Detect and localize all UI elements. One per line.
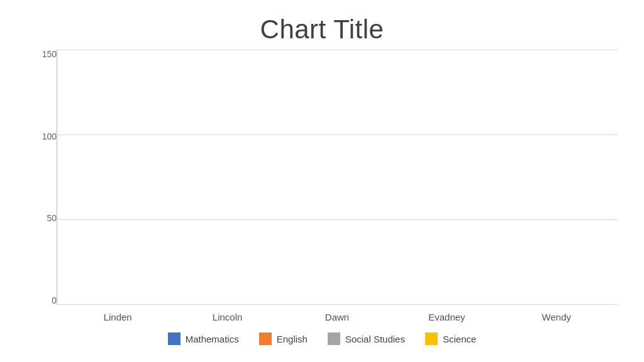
x-axis-label: Wendy — [502, 312, 611, 322]
x-labels: LindenLincolnDawnEvadneyWendy — [57, 305, 618, 329]
legend-swatch — [168, 332, 180, 345]
legend-label: English — [277, 334, 308, 344]
legend: MathematicsEnglishSocial StudiesScience — [168, 332, 477, 348]
legend-label: Science — [443, 334, 476, 344]
grid-and-bars — [57, 50, 618, 305]
legend-item: Science — [425, 332, 476, 345]
y-axis: 150100500 — [26, 50, 57, 329]
y-axis-label: 150 — [42, 50, 57, 58]
y-axis-label: 0 — [52, 296, 57, 305]
y-axis-label: 100 — [42, 132, 57, 141]
chart-plot: LindenLincolnDawnEvadneyWendy — [57, 50, 618, 329]
legend-item: English — [259, 332, 308, 345]
y-axis-label: 50 — [47, 214, 57, 222]
legend-label: Mathematics — [186, 334, 239, 344]
chart-container: Chart Title 150100500 LindenLincolnDawnE… — [14, 8, 630, 354]
chart-title: Chart Title — [260, 14, 384, 45]
x-axis-label: Dawn — [282, 312, 392, 322]
legend-item: Social Studies — [328, 332, 405, 345]
grid-line — [57, 304, 618, 305]
legend-label: Social Studies — [345, 334, 405, 344]
legend-swatch — [425, 332, 438, 345]
legend-swatch — [328, 332, 340, 345]
chart-area: 150100500 LindenLincolnDawnEvadneyWendy — [26, 50, 618, 329]
x-axis-label: Lincoln — [172, 312, 282, 322]
bars-row — [57, 50, 618, 304]
legend-swatch — [259, 332, 272, 345]
x-axis-label: Linden — [63, 312, 172, 322]
legend-item: Mathematics — [168, 332, 239, 345]
x-axis-label: Evadney — [392, 312, 501, 322]
